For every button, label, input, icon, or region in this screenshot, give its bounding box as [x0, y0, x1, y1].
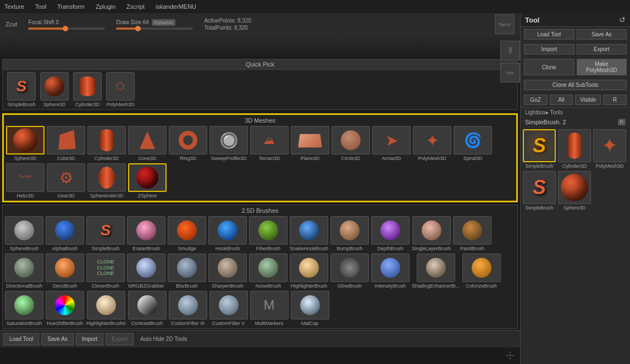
mesh-polymesh3d[interactable]: ✦ PolyMesh3D — [413, 126, 451, 161]
brush-mrgbzgrabber[interactable]: MRGBZGrabber — [127, 253, 165, 289]
mesh-ring3d[interactable]: Ring3D — [169, 126, 207, 161]
panel-loadtool-row: Load Tool Save As — [521, 27, 630, 42]
menu-transform[interactable]: Transform — [55, 2, 87, 11]
brush-simplebrush[interactable]: S SimpleBrush — [86, 216, 125, 251]
brush-intensitybrush[interactable]: IntensityBrush — [371, 253, 410, 289]
load-tool-button[interactable]: Load Tool — [524, 29, 574, 40]
quick-pick-cylinder3d[interactable]: Cylinder3D — [73, 72, 102, 107]
import-button[interactable]: Import — [524, 44, 574, 54]
brush-highlighterbrush[interactable]: HighlighterBrush — [290, 253, 328, 289]
mesh-sweepprofile3d[interactable]: 🔘 SweepProfile3D — [209, 126, 248, 161]
brush-singlelayerbrush[interactable]: SingleLayerBrush — [412, 216, 451, 251]
brush-colorizebrush[interactable]: ColorizeBrush — [462, 253, 501, 289]
menu-iskander[interactable]: iskanderMENU — [153, 2, 198, 11]
load-tool-button-bottom[interactable]: Load Tool — [3, 333, 39, 345]
brush-noisebrush[interactable]: NoiseBrush — [249, 253, 288, 289]
menu-tool[interactable]: Tool — [33, 2, 48, 11]
blurbrush-icon — [168, 253, 206, 282]
brush-shadingenhancer[interactable]: ShadingEnhancerBr... — [412, 253, 460, 289]
all-button[interactable]: All — [550, 95, 573, 105]
brush-sharpenbrush[interactable]: SharpenBrush — [208, 253, 247, 289]
import-button-bottom[interactable]: Import — [76, 333, 103, 345]
brush-depthbrush[interactable]: DepthBrush — [371, 216, 410, 251]
clone-button[interactable]: Clone — [524, 59, 574, 75]
mesh-circle3d[interactable]: Circle3D — [331, 126, 370, 161]
topo-icon[interactable]: TopoV — [495, 14, 515, 34]
mesh-gear3d[interactable]: ⚙ Gear3D — [47, 163, 85, 198]
canvas-bg[interactable]: Btn Stix — [0, 35, 520, 57]
mesh-sphereinder3d-icon — [87, 163, 126, 192]
refresh-icon[interactable]: ↺ — [619, 15, 626, 24]
quick-pick-sphere3d[interactable]: Sphere3D — [40, 72, 69, 107]
tool-thumb-simplebrush2[interactable]: S SimpleBrush — [523, 171, 556, 211]
matcap-icon-el — [291, 291, 329, 319]
export-button[interactable]: Export — [577, 44, 627, 54]
mesh-cylinder3d[interactable]: Cylinder3D — [87, 126, 126, 161]
mesh-zsphere[interactable]: ZSphere — [128, 163, 167, 198]
tool-thumb-cylinder3d[interactable]: Cylinder3D — [558, 129, 591, 169]
bottom-toolbar: Load Tool Save As Import Export Auto Hid… — [0, 330, 520, 348]
brush-paintbrush[interactable]: PaintBrush — [453, 216, 491, 251]
brush-smudge[interactable]: Smudge — [168, 216, 206, 251]
mesh-sphere3d[interactable]: Sphere3D — [6, 126, 45, 161]
makepolymesh3d-button[interactable]: Make PolyMesh3D — [577, 59, 627, 75]
focal-shift-track[interactable] — [28, 27, 105, 30]
sphere3d-icon — [40, 72, 69, 101]
brush-blurbrush[interactable]: BlurBrush — [168, 253, 206, 289]
brush-contrastbrush[interactable]: ContrastBrush — [128, 291, 167, 326]
brush-multimarkers[interactable]: M MultiMarkers — [250, 291, 289, 326]
tool-thumb-simplebrush-active[interactable]: S SimpleBrush — [523, 129, 556, 169]
brush-eraserbrush[interactable]: EraserBrush — [127, 216, 165, 251]
brush-matcap[interactable]: MatCap — [291, 291, 329, 326]
brush-customfilterIII[interactable]: CustomFilter III — [169, 291, 207, 326]
save-as-button[interactable]: Save As — [577, 29, 627, 40]
brush-customfilterV[interactable]: CustomFilter V — [209, 291, 248, 326]
side-btn-right[interactable]: Btn — [500, 41, 520, 60]
brush-bumpbrush[interactable]: BumpBrush — [330, 216, 369, 251]
mesh-plane3d[interactable]: Plane3D — [291, 126, 329, 161]
dynamic-badge: Dynamic — [152, 19, 175, 26]
mesh-sphereinder3d[interactable]: Sphereinder3D — [87, 163, 126, 198]
mesh-cone3d[interactable]: Cone3D — [128, 126, 167, 161]
mesh-grid: Sphere3D Cube3D Cylinder3D — [6, 126, 514, 198]
mesh-spiral3d[interactable]: 🌀 Spiral3D — [454, 126, 492, 161]
mesh-arrow3d[interactable]: ➤ Arrow3D — [372, 126, 411, 161]
meshes-section: 3D Meshes Sphere3D Cube3D — [2, 113, 518, 202]
mesh-cube3d[interactable]: Cube3D — [47, 126, 85, 161]
paintbrush-icon — [453, 216, 491, 245]
menu-zplugin[interactable]: Zplugin — [93, 2, 118, 11]
tool-thumb-polymesh3d[interactable]: ✦ PolyMesh3D — [593, 129, 626, 169]
focal-shift-group: Focal Shift 0 — [28, 19, 105, 30]
brush-glowbrush[interactable]: GlowBrush — [330, 253, 369, 289]
r-badge: R — [618, 119, 626, 125]
mesh-terrain3d[interactable]: ⛰ Terrain3D — [250, 126, 289, 161]
quick-pick-polymesh3d[interactable]: ⬡ PolyMesh3D — [106, 72, 135, 107]
mesh-helix3d[interactable]: 〰 Helix3D — [6, 163, 45, 198]
brush-hookbrush[interactable]: HookBrush — [208, 216, 247, 251]
tool-thumb-sphere3d[interactable]: Sphere3D — [558, 171, 591, 211]
menu-zscript[interactable]: Zscript — [124, 2, 147, 11]
save-as-button-bottom[interactable]: Save As — [41, 333, 74, 345]
menu-texture[interactable]: Texture — [2, 2, 26, 11]
brush-saturationbrush[interactable]: SaturationBrush — [5, 291, 43, 326]
cloneallsubtools-button[interactable]: Clone All SubTools — [524, 80, 627, 90]
brush-fiberbrush[interactable]: FiberBrush — [249, 216, 288, 251]
side-btn-right2[interactable]: Stix — [500, 63, 520, 82]
lightbox-label[interactable]: Lightbox▸ Tools — [521, 107, 630, 117]
quick-pick-simplebrush[interactable]: S SimpleBrush — [7, 72, 36, 107]
visible-button[interactable]: Visible — [575, 95, 601, 105]
goz-button[interactable]: GoZ — [524, 95, 548, 105]
brush-snakehookbrush[interactable]: SnakeHookBrush — [290, 216, 328, 251]
brush-clonerbrush[interactable]: CLONECLONECLONE ClonerBrush — [86, 253, 125, 289]
brush-spherebrush[interactable]: SphereBrush — [5, 216, 43, 251]
r-button[interactable]: R — [603, 95, 627, 105]
mesh-helix3d-icon: 〰 — [6, 163, 45, 192]
brush-directionalbrush[interactable]: DirectionalBrush — [5, 253, 43, 289]
tool-thumb-simplebrush-icon: S — [523, 129, 556, 162]
brush-highlighterbrushII[interactable]: HighlighterBrushII — [86, 291, 126, 326]
draw-size-track[interactable] — [116, 27, 193, 30]
mesh-polymesh3d-icon: ✦ — [413, 126, 451, 155]
brush-hueshifterbrush[interactable]: HueShifterBrush — [46, 291, 84, 326]
brush-alphabrush[interactable]: AlphaBrush — [46, 216, 84, 251]
brush-decobrush[interactable]: DecoBrush — [46, 253, 84, 289]
